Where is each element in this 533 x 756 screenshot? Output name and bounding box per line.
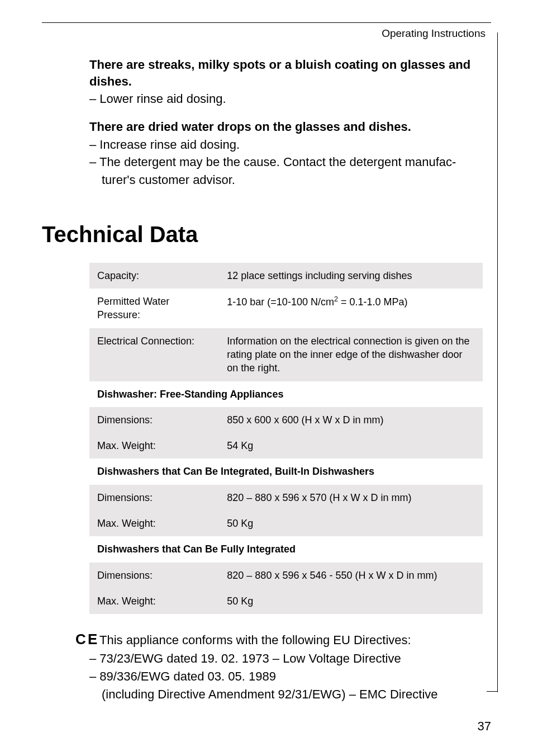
- issue1-remedy1: – Lower rinse aid dosing.: [89, 91, 483, 107]
- electrical-label: Electrical Connection:: [89, 328, 219, 381]
- section3-weight-label: Max. Weight:: [89, 588, 219, 614]
- capacity-label: Capacity:: [89, 263, 219, 289]
- section3-dimensions-row: Dimensions: 820 – 880 x 596 x 546 - 550 …: [89, 563, 483, 588]
- directive1: – 73/23/EWG dated 19. 02. 1973 – Low Vol…: [75, 650, 441, 667]
- issue1-heading: There are streaks, milky spots or a blui…: [89, 56, 483, 89]
- page-number: 37: [478, 719, 491, 734]
- technical-data-table: Capacity: 12 place settings including se…: [89, 263, 483, 614]
- header-title: Operating Instructions: [42, 27, 491, 40]
- section2-weight-value: 50 Kg: [219, 511, 483, 536]
- issue2-remedy2-line2: turer's customer advisor.: [89, 172, 483, 188]
- issue2-remedy2-line1: – The detergent may be the cause. Contac…: [89, 154, 483, 171]
- issue2-heading: There are dried water drops on the glass…: [89, 119, 483, 135]
- margin-line-vertical: [497, 32, 498, 692]
- section2-heading: Dishwashers that Can Be Integrated, Buil…: [89, 459, 483, 484]
- directive2-line2: (including Directive Amendment 92/31/EWG…: [75, 686, 441, 703]
- section1-dimensions-value: 850 x 600 x 600 (H x W x D in mm): [219, 407, 483, 433]
- section2-heading-row: Dishwashers that Can Be Integrated, Buil…: [89, 459, 483, 484]
- table-row-pressure: Permitted Water Pressure: 1-10 bar (=10-…: [89, 289, 483, 328]
- header-divider: [42, 22, 491, 23]
- section3-heading-row: Dishwashers that Can Be Fully Integrated: [89, 536, 483, 562]
- section1-weight-row: Max. Weight: 54 Kg: [89, 433, 483, 459]
- section3-dimensions-value: 820 – 880 x 596 x 546 - 550 (H x W x D i…: [219, 563, 483, 588]
- directive2-line1: – 89/336/EWG dated 03. 05. 1989: [75, 668, 441, 685]
- section1-heading-row: Dishwasher: Free-Standing Appliances: [89, 381, 483, 407]
- section1-weight-label: Max. Weight:: [89, 433, 219, 459]
- electrical-value: Information on the electrical connection…: [219, 328, 483, 381]
- section2-dimensions-value: 820 – 880 x 596 x 570 (H x W x D in mm): [219, 485, 483, 511]
- section2-dimensions-label: Dimensions:: [89, 485, 219, 511]
- margin-line-horizontal: [487, 691, 498, 692]
- section3-weight-row: Max. Weight: 50 Kg: [89, 588, 483, 614]
- section1-weight-value: 54 Kg: [219, 433, 483, 459]
- section1-dimensions-row: Dimensions: 850 x 600 x 600 (H x W x D i…: [89, 407, 483, 433]
- compliance-line: C E This appliance conforms with the fol…: [75, 630, 441, 649]
- ce-mark-icon: C E: [75, 631, 96, 648]
- capacity-value: 12 place settings including serving dish…: [219, 263, 483, 289]
- pressure-label: Permitted Water Pressure:: [89, 289, 219, 328]
- section1-dimensions-label: Dimensions:: [89, 407, 219, 433]
- section3-heading: Dishwashers that Can Be Fully Integrated: [89, 536, 483, 562]
- compliance-text: This appliance conforms with the followi…: [96, 633, 411, 647]
- section2-dimensions-row: Dimensions: 820 – 880 x 596 x 570 (H x W…: [89, 485, 483, 511]
- section2-weight-row: Max. Weight: 50 Kg: [89, 511, 483, 536]
- table-row-electrical: Electrical Connection: Information on th…: [89, 328, 483, 381]
- technical-data-heading: Technical Data: [42, 222, 491, 247]
- section3-weight-value: 50 Kg: [219, 588, 483, 614]
- section3-dimensions-label: Dimensions:: [89, 563, 219, 588]
- section2-weight-label: Max. Weight:: [89, 511, 219, 536]
- pressure-value: 1-10 bar (=10-100 N/cm2 = 0.1-1.0 MPa): [219, 289, 483, 328]
- issue2-remedy1: – Increase rinse aid dosing.: [89, 136, 483, 153]
- section1-heading: Dishwasher: Free-Standing Appliances: [89, 381, 483, 407]
- table-row-capacity: Capacity: 12 place settings including se…: [89, 263, 483, 289]
